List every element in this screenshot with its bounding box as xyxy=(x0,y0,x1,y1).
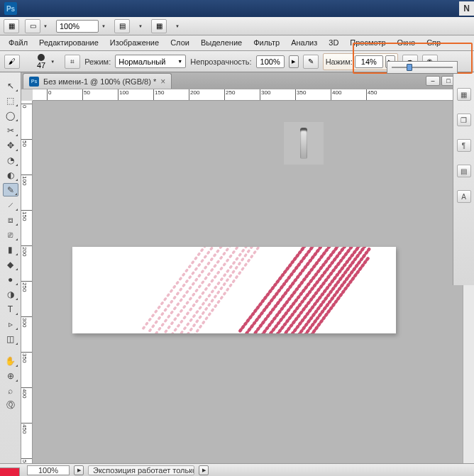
slider-thumb[interactable] xyxy=(407,64,412,71)
tool-eyedropper[interactable]: ◔ xyxy=(3,153,18,167)
tool-hand[interactable]: ✋ xyxy=(3,354,18,367)
opacity-field[interactable]: 100% xyxy=(256,55,285,68)
menu-help[interactable]: Спр xyxy=(421,35,446,50)
tool-zoom[interactable]: ⌕ xyxy=(3,384,18,397)
tool-rotate[interactable]: ⊕ xyxy=(3,369,18,382)
ruler-vertical: 050100150200250300350400450500 xyxy=(21,101,33,463)
chevron-down-icon[interactable]: ▼ xyxy=(48,55,57,69)
tool-pen[interactable]: ◑ xyxy=(3,287,18,301)
tool-preset-picker[interactable]: 🖌 xyxy=(4,55,20,69)
brush-stroke-heavy xyxy=(207,247,396,333)
brush-tip-preview xyxy=(284,122,324,165)
menu-window[interactable]: Окно xyxy=(392,35,421,50)
document-tab-bar: Ps Без имени-1 @ 100% (RGB/8) * × – □ × xyxy=(21,72,474,89)
status-info-arrow[interactable]: ▶ xyxy=(199,465,209,475)
flow-slider-popup[interactable] xyxy=(387,61,458,74)
app-logo: Ps xyxy=(4,2,17,15)
flow-label: Нажим: xyxy=(326,57,353,66)
launch-bridge-button[interactable]: ▦ xyxy=(4,19,19,33)
tool-brush[interactable]: ✎ xyxy=(3,183,18,197)
document-tab[interactable]: Ps Без имени-1 @ 100% (RGB/8) * × xyxy=(23,73,172,89)
status-zoom-field[interactable]: 100% xyxy=(27,465,70,475)
tool-path[interactable]: ▹ xyxy=(3,317,18,331)
brush-preview-icon xyxy=(38,54,45,61)
panel-icon-history[interactable]: ▦ xyxy=(457,88,471,101)
panel-icon-adjust[interactable]: A xyxy=(457,190,471,203)
flow-field[interactable]: 14% xyxy=(355,55,383,68)
menu-file[interactable]: Файл xyxy=(3,35,33,50)
tool-stamp[interactable]: ⟋ xyxy=(3,198,18,211)
title-fragment: N xyxy=(459,1,474,16)
tool-history-brush[interactable]: ⧈ xyxy=(3,213,18,226)
ps-icon: Ps xyxy=(29,77,39,87)
opacity-arrow[interactable]: ▶ xyxy=(289,55,299,68)
menu-bar: Файл Редактирование Изображение Слои Выд… xyxy=(0,35,474,51)
status-info[interactable]: Экспозиция работает только в ... xyxy=(88,465,194,475)
app-toolbar: ▦ ▭ ▼ 100% ▼ ▤ ▼ ▦ ▼ xyxy=(0,17,474,35)
document-tab-title: Без имени-1 @ 100% (RGB/8) * xyxy=(43,77,156,86)
arrange-docs-button[interactable]: ▦ xyxy=(151,19,167,33)
tool-move[interactable]: ↖ xyxy=(3,79,18,92)
menu-select[interactable]: Выделение xyxy=(195,35,248,50)
ruler-horizontal: 050100150200250300350400450 xyxy=(33,89,474,101)
menu-view[interactable]: Просмотр xyxy=(344,35,391,50)
tool-type[interactable]: T xyxy=(3,302,18,316)
opacity-pressure-button[interactable]: ✎ xyxy=(303,55,319,69)
collapsed-panels: ▦ ❐ ¶ ▤ A xyxy=(453,72,474,285)
status-zoom-arrow[interactable]: ▶ xyxy=(74,465,84,475)
close-icon[interactable]: × xyxy=(160,77,165,87)
screen-mode-button[interactable]: ▭ xyxy=(25,19,40,33)
view-extras-button[interactable]: ▤ xyxy=(114,19,130,33)
opacity-label: Непрозрачность: xyxy=(190,57,251,66)
tool-blur[interactable]: ◆ xyxy=(3,258,18,271)
tool-gradient[interactable]: ▮ xyxy=(3,243,18,256)
status-bar: 100% ▶ Экспозиция работает только в ... … xyxy=(0,463,474,476)
mode-label: Режим: xyxy=(84,57,111,66)
brush-size-value: 47 xyxy=(37,61,45,70)
tool-quickselect[interactable]: ✂ xyxy=(3,123,18,137)
panel-icon-char[interactable]: ¶ xyxy=(457,139,471,152)
menu-layer[interactable]: Слои xyxy=(165,35,195,50)
tool-crop[interactable]: ✥ xyxy=(3,138,18,152)
tool-dodge[interactable]: ● xyxy=(3,272,18,286)
chevron-down-icon[interactable]: ▼ xyxy=(172,19,182,33)
blend-mode-select[interactable]: Нормальный▼ xyxy=(115,55,186,68)
toolbox: ↖ ⬚ ◯ ✂ ✥ ◔ ◐ ✎ ⟋ ⧈ ⎚ ▮ ◆ ● ◑ T ▹ ◫ ✋ ⊕ … xyxy=(0,72,21,463)
brush-panel-toggle[interactable]: ⌗ xyxy=(65,55,80,69)
document-canvas[interactable] xyxy=(72,247,396,333)
chevron-down-icon[interactable]: ▼ xyxy=(136,19,145,33)
menu-filter[interactable]: Фильтр xyxy=(248,35,285,50)
minimize-button[interactable]: – xyxy=(426,76,440,86)
tool-quick-mask[interactable]: Ⓠ xyxy=(3,399,18,412)
canvas-area[interactable] xyxy=(33,101,474,463)
zoom-level-field[interactable]: 100% xyxy=(56,20,99,33)
panel-icon-layers[interactable]: ❐ xyxy=(457,114,471,126)
tool-marquee[interactable]: ⬚ xyxy=(3,94,18,107)
tool-heal[interactable]: ◐ xyxy=(3,168,18,182)
menu-image[interactable]: Изображение xyxy=(104,35,165,50)
tool-eraser[interactable]: ⎚ xyxy=(3,228,18,241)
chevron-down-icon[interactable]: ▼ xyxy=(99,19,109,33)
menu-analysis[interactable]: Анализ xyxy=(285,35,323,50)
panel-icon-swatch[interactable]: ▤ xyxy=(457,165,471,177)
chevron-down-icon[interactable]: ▼ xyxy=(40,19,50,33)
tool-shape[interactable]: ◫ xyxy=(3,332,18,345)
menu-edit[interactable]: Редактирование xyxy=(33,35,104,50)
foreground-color-swatch[interactable] xyxy=(0,467,20,476)
tool-lasso[interactable]: ◯ xyxy=(3,109,18,122)
menu-3d[interactable]: 3D xyxy=(323,35,344,50)
